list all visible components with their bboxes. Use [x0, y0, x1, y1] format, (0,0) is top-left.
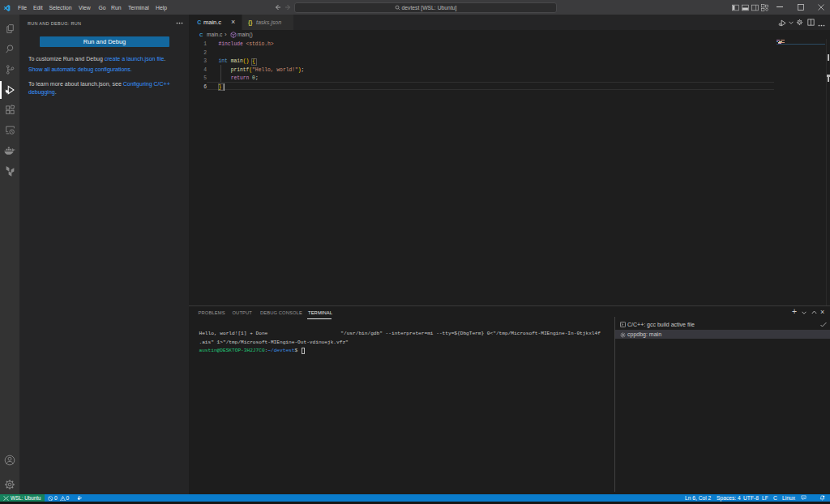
svg-text:C: C — [199, 32, 203, 37]
svg-text:C: C — [197, 19, 201, 25]
